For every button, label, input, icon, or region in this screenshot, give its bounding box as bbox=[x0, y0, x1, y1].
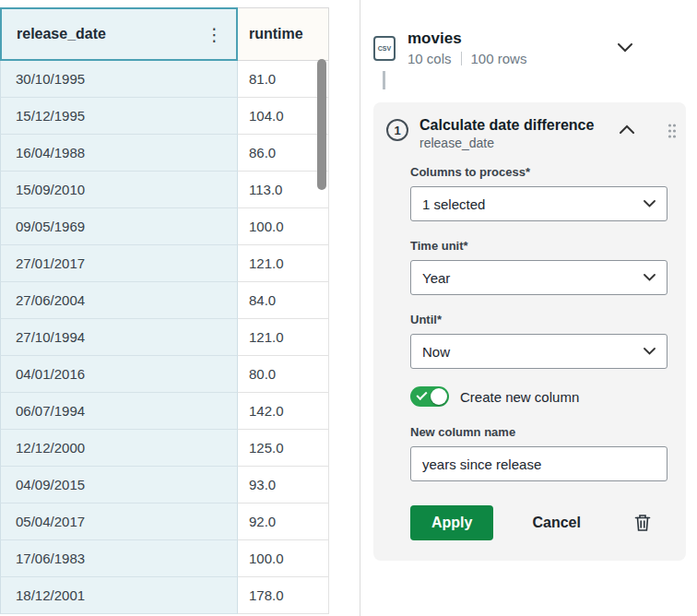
table-row: 04/01/201680.0 bbox=[0, 356, 360, 393]
table-row: 12/12/2000125.0 bbox=[0, 430, 360, 467]
cell-runtime[interactable]: 121.0 bbox=[238, 319, 329, 356]
cell-release-date[interactable]: 15/12/1995 bbox=[0, 98, 238, 135]
selected-value: 1 selected bbox=[422, 196, 485, 212]
cell-release-date[interactable]: 30/10/1995 bbox=[0, 61, 238, 98]
step-titles: Calculate date difference release_date bbox=[419, 117, 594, 150]
table-row: 30/10/199581.0 bbox=[0, 61, 360, 98]
table-row: 27/01/2017121.0 bbox=[0, 245, 360, 282]
until-select[interactable]: Now bbox=[410, 334, 667, 369]
cell-release-date[interactable]: 04/09/2015 bbox=[0, 467, 238, 503]
data-grid: release_date ⋮ runtime 30/10/199581.015/… bbox=[0, 0, 360, 616]
vertical-scrollbar-thumb[interactable] bbox=[317, 59, 326, 190]
table-row: 18/12/2001178.0 bbox=[0, 577, 360, 614]
trash-icon[interactable] bbox=[634, 514, 651, 532]
table-body: 30/10/199581.015/12/1995104.016/04/19888… bbox=[0, 61, 360, 614]
dataset-header: CSV movies 10 cols 100 rows bbox=[373, 30, 691, 66]
cell-runtime[interactable]: 81.0 bbox=[238, 61, 329, 98]
chevron-down-icon bbox=[644, 348, 656, 355]
cell-release-date[interactable]: 27/01/2017 bbox=[0, 245, 238, 282]
table-row: 15/09/2010113.0 bbox=[0, 172, 360, 208]
cell-release-date[interactable]: 04/01/2016 bbox=[0, 356, 238, 393]
table-row: 27/10/1994121.0 bbox=[0, 319, 360, 356]
create-new-column-toggle[interactable] bbox=[410, 386, 449, 407]
chevron-up-icon[interactable] bbox=[620, 124, 634, 134]
apply-button[interactable]: Apply bbox=[410, 505, 493, 540]
cell-runtime[interactable]: 178.0 bbox=[238, 577, 329, 614]
time-unit-label: Time unit* bbox=[410, 239, 667, 253]
cell-runtime[interactable]: 84.0 bbox=[238, 282, 329, 319]
table-row: 09/05/1969100.0 bbox=[0, 208, 360, 245]
new-column-name-input[interactable] bbox=[410, 446, 667, 481]
step-number-badge: 1 bbox=[386, 119, 408, 141]
dataset-rows-count: 100 rows bbox=[471, 51, 527, 66]
chevron-down-icon[interactable] bbox=[618, 43, 632, 53]
table-row: 17/06/1983100.0 bbox=[0, 540, 360, 577]
column-title: release_date bbox=[17, 26, 106, 42]
csv-file-icon: CSV bbox=[373, 36, 396, 61]
cell-runtime[interactable]: 142.0 bbox=[238, 393, 329, 430]
table-row: 05/04/201792.0 bbox=[0, 503, 360, 540]
cell-release-date[interactable]: 12/12/2000 bbox=[0, 430, 238, 467]
step-footer: Apply Cancel bbox=[386, 505, 673, 540]
cell-release-date[interactable]: 06/07/1994 bbox=[0, 393, 238, 430]
step-card-header: 1 Calculate date difference release_date bbox=[386, 117, 673, 150]
cell-release-date[interactable]: 16/04/1988 bbox=[0, 135, 238, 172]
columns-to-process-label: Columns to process* bbox=[410, 165, 667, 179]
step-card: 1 Calculate date difference release_date bbox=[373, 102, 686, 561]
until-label: Until* bbox=[410, 313, 667, 326]
create-new-column-row: Create new column bbox=[410, 386, 667, 407]
selected-value: Now bbox=[422, 344, 450, 360]
cell-runtime[interactable]: 93.0 bbox=[238, 467, 329, 503]
step-subtitle: release_date bbox=[419, 136, 594, 150]
cell-runtime[interactable]: 100.0 bbox=[238, 208, 329, 245]
cell-release-date[interactable]: 09/05/1969 bbox=[0, 208, 238, 245]
cell-runtime[interactable]: 92.0 bbox=[238, 503, 329, 540]
table-row: 04/09/201593.0 bbox=[0, 467, 360, 503]
new-column-name-label: New column name bbox=[410, 425, 667, 439]
columns-to-process-select[interactable]: 1 selected bbox=[410, 186, 667, 221]
table-header-row: release_date ⋮ runtime bbox=[0, 7, 360, 61]
dataset-info: movies 10 cols 100 rows bbox=[408, 30, 526, 66]
dataset-cols-count: 10 cols bbox=[408, 51, 452, 66]
cell-release-date[interactable]: 27/06/2004 bbox=[0, 282, 238, 319]
step-connector-line bbox=[383, 71, 385, 89]
cell-runtime[interactable]: 113.0 bbox=[238, 172, 329, 208]
cell-release-date[interactable]: 15/09/2010 bbox=[0, 172, 238, 208]
cell-release-date[interactable]: 17/06/1983 bbox=[0, 540, 238, 577]
chevron-down-icon bbox=[644, 274, 656, 281]
dataset-meta: 10 cols 100 rows bbox=[408, 51, 526, 66]
table-row: 27/06/200484.0 bbox=[0, 282, 360, 319]
cancel-button[interactable]: Cancel bbox=[532, 515, 580, 531]
step-form: Columns to process* 1 selected Time unit… bbox=[386, 150, 673, 481]
cell-runtime[interactable]: 121.0 bbox=[238, 245, 329, 282]
step-title: Calculate date difference bbox=[419, 117, 594, 134]
cell-runtime[interactable]: 100.0 bbox=[238, 540, 329, 577]
chevron-down-icon bbox=[644, 200, 656, 207]
prep-panel: CSV movies 10 cols 100 rows 1 Calculate … bbox=[360, 0, 697, 616]
meta-divider bbox=[461, 52, 462, 65]
column-title: runtime bbox=[249, 26, 303, 42]
create-new-column-label: Create new column bbox=[460, 389, 579, 405]
selected-value: Year bbox=[422, 270, 450, 286]
cell-release-date[interactable]: 05/04/2017 bbox=[0, 503, 238, 540]
cell-runtime[interactable]: 125.0 bbox=[238, 430, 329, 467]
drag-handle-icon[interactable] bbox=[667, 123, 677, 139]
dataset-name: movies bbox=[408, 30, 526, 48]
column-menu-icon[interactable]: ⋮ bbox=[202, 24, 227, 45]
cell-runtime[interactable]: 80.0 bbox=[238, 356, 329, 393]
cell-runtime[interactable]: 104.0 bbox=[238, 98, 329, 135]
time-unit-select[interactable]: Year bbox=[410, 260, 667, 295]
cell-release-date[interactable]: 18/12/2001 bbox=[0, 577, 238, 614]
cell-release-date[interactable]: 27/10/1994 bbox=[0, 319, 238, 356]
table-row: 15/12/1995104.0 bbox=[0, 98, 360, 135]
table-row: 16/04/198886.0 bbox=[0, 135, 360, 172]
cell-runtime[interactable]: 86.0 bbox=[238, 135, 329, 172]
column-header-release-date[interactable]: release_date ⋮ bbox=[0, 7, 238, 61]
column-header-runtime[interactable]: runtime bbox=[238, 7, 329, 61]
table-row: 06/07/1994142.0 bbox=[0, 393, 360, 430]
app-window: release_date ⋮ runtime 30/10/199581.015/… bbox=[0, 0, 697, 616]
